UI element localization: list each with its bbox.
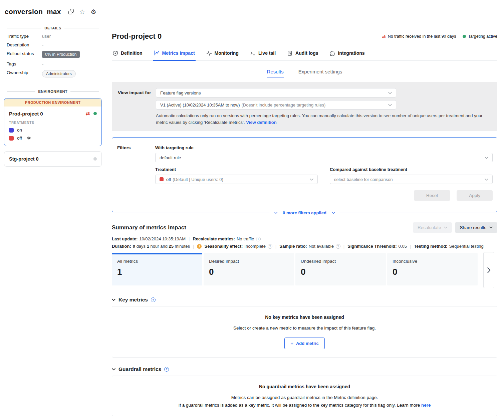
rollout-status-badge: 0% in Production [42, 51, 80, 58]
title-actions: ☆ ⚙ [68, 9, 96, 15]
treatment-dropdown[interactable]: off (Default | Unique users: 0) [155, 175, 318, 184]
key-metrics-collapse-toggle[interactable] [112, 298, 115, 301]
details-section-heading: DETAILS [7, 26, 99, 30]
tab-bar: Definition Metrics impact Monitoring Liv… [112, 50, 497, 61]
production-environment-banner: PRODUCTION ENVIRONMENT [4, 98, 101, 107]
detail-row-tags: Tags - [7, 61, 106, 66]
guardrail-metrics-heading: Guardrail metrics [118, 366, 161, 372]
main-content: Prod-project 0 ⇄ No traffic received in … [106, 23, 504, 420]
line-chart-icon [154, 50, 160, 56]
version-description: Automatic calculations only run on versi… [156, 113, 486, 126]
view-impact-label: View impact for [118, 88, 156, 126]
filters-label: Filters [117, 145, 155, 201]
summary-title: Summary of metrics impact [112, 224, 186, 231]
audit-log-icon [287, 50, 293, 56]
treatment-row-on: on [9, 128, 97, 133]
guardrail-collapse-toggle[interactable] [112, 368, 115, 371]
tab-metrics-impact[interactable]: Metrics impact [153, 50, 196, 61]
detail-row-rollout-status: Rollout status 0% in Production [7, 51, 106, 58]
recalculate-button[interactable]: Recalculate [413, 222, 452, 233]
treatments-label: TREATMENTS [9, 121, 97, 125]
environment-section-heading: ENVIRONMENT [7, 89, 99, 93]
card-inconclusive[interactable]: Inconclusive 0 [387, 253, 478, 285]
tab-integrations[interactable]: Integrations [329, 50, 365, 60]
puzzle-icon [329, 50, 335, 56]
view-impact-panel: View impact for Feature flag versions V1… [112, 82, 497, 131]
environment-card-production[interactable]: PRODUCTION ENVIRONMENT Prod-project 0 ⇄ … [4, 98, 102, 146]
chevron-down-icon [332, 212, 335, 214]
flag-title: conversion_max [5, 8, 61, 16]
subtab-results[interactable]: Results [267, 69, 284, 77]
star-icon[interactable]: ☆ [79, 9, 85, 15]
tab-audit-logs[interactable]: Audit logs [286, 50, 319, 60]
gear-icon[interactable]: ⚙ [91, 9, 96, 15]
default-treatment-asterisk-icon [27, 136, 31, 140]
tab-live-tail[interactable]: Live tail [249, 50, 276, 60]
chevron-down-icon [485, 157, 488, 159]
baseline-dropdown[interactable]: select baseline for comparison [330, 175, 493, 184]
detail-row-description: Description - [7, 42, 106, 47]
chevron-down-icon [388, 104, 392, 106]
share-results-button[interactable]: Share results [455, 222, 497, 233]
key-metrics-heading: Key metrics [118, 297, 148, 303]
chevron-down-icon [485, 178, 488, 181]
card-desired-impact[interactable]: Desired impact 0 [204, 253, 294, 285]
active-status-dot [93, 112, 97, 115]
detail-row-ownership: Ownership Administrators [7, 70, 106, 77]
chevron-down-icon [310, 178, 313, 181]
version-dropdown[interactable]: V1 (Active) (10/02/2024 10:35AM to now) … [156, 100, 396, 110]
help-icon[interactable]: ? [151, 297, 156, 302]
treatment-off-swatch [160, 177, 164, 181]
copy-icon[interactable] [68, 9, 74, 14]
treatment-on-swatch [9, 128, 14, 133]
more-filters-toggle[interactable]: 0 more filters applied [269, 210, 340, 215]
warning-icon: ! [197, 244, 202, 249]
treatment-label: Treatment [155, 167, 318, 172]
terminal-icon [250, 50, 256, 56]
help-icon[interactable]: ? [268, 244, 272, 249]
summary-meta-line-1: Last update:10/02/2024 10:35:19AM | Reca… [112, 236, 497, 241]
summary-meta-line-2: Duration: 0 days 1 hour and 25 minutes |… [112, 244, 497, 249]
guardrail-empty-card: No guardrail metrics have been assigned … [112, 376, 497, 416]
learn-more-link[interactable]: here [421, 403, 431, 408]
target-icon [112, 50, 118, 56]
prod-environment-name: Prod-project 0 [9, 111, 85, 117]
ownership-pill[interactable]: Administrators [42, 70, 76, 77]
results-subtabs: Results Experiment settings [112, 69, 497, 77]
card-undesired-impact[interactable]: Undesired impact 0 [295, 253, 386, 285]
tab-monitoring[interactable]: Monitoring [206, 50, 239, 60]
filters-panel: Filters With targeting rule default rule… [112, 137, 497, 212]
chevron-down-icon [388, 92, 392, 94]
help-icon[interactable]: ? [164, 367, 169, 372]
chevron-down-icon [112, 368, 115, 371]
environment-page-title: Prod-project 0 [112, 32, 162, 41]
tab-definition[interactable]: Definition [112, 50, 143, 60]
metric-summary-cards: All metrics 1 Desired impact 0 Undesired… [112, 253, 497, 288]
targeting-rule-dropdown[interactable]: default rule [155, 153, 493, 162]
info-icon[interactable]: i [256, 237, 261, 241]
chevron-down-icon [444, 226, 447, 229]
card-all-metrics[interactable]: All metrics 1 [112, 253, 202, 285]
page: conversion_max ☆ ⚙ DETAILS Traffic type … [0, 0, 504, 420]
targeting-rule-label: With targeting rule [155, 145, 493, 150]
plus-icon: + [290, 341, 293, 346]
targeting-active-status: Targeting active [463, 34, 497, 39]
no-traffic-status: ⇄ No traffic received in the last 90 day… [382, 34, 456, 39]
help-icon[interactable]: ? [336, 244, 340, 249]
subtab-experiment-settings[interactable]: Experiment settings [298, 69, 342, 77]
chevron-down-icon [489, 226, 493, 229]
chevron-down-icon [112, 298, 115, 301]
treatment-off-swatch [9, 136, 14, 141]
detail-row-traffic-type: Traffic type user [7, 34, 106, 39]
environment-card-staging[interactable]: Stg-project 0 [4, 151, 102, 167]
view-definition-link[interactable]: View definition [246, 120, 277, 125]
no-traffic-icon: ⇄ [85, 111, 90, 117]
add-metric-button[interactable]: +Add metric [284, 338, 325, 349]
staging-status-dot [93, 157, 97, 161]
apply-button[interactable]: Apply [457, 190, 493, 201]
targeting-active-dot [463, 35, 466, 38]
no-traffic-icon: ⇄ [382, 34, 386, 39]
impact-type-dropdown[interactable]: Feature flag versions [156, 88, 396, 97]
cards-next-button[interactable] [483, 252, 494, 288]
reset-button[interactable]: Reset [414, 190, 450, 201]
